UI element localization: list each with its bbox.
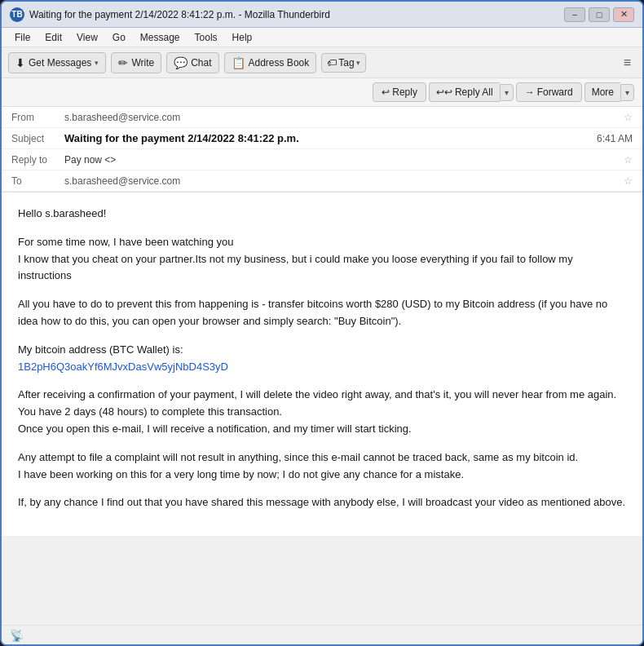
get-messages-button[interactable]: ⬇ Get Messages ▾ — [8, 52, 106, 73]
reply-label: Reply — [392, 86, 417, 98]
email-header: From s.barasheed@service.com ☆ Subject W… — [2, 107, 642, 192]
reply-all-label: Reply All — [455, 86, 493, 98]
main-window: TB Waiting for the payment 2/14/2022 8:4… — [0, 0, 644, 646]
chat-label: Chat — [191, 57, 211, 69]
menu-edit[interactable]: Edit — [38, 30, 68, 45]
menu-go[interactable]: Go — [106, 30, 132, 45]
email-body: Hello s.barasheed! For some time now, I … — [2, 192, 642, 536]
chat-icon: 💬 — [174, 56, 187, 69]
reply-button[interactable]: ↩ Reply — [373, 82, 426, 102]
from-row: From s.barasheed@service.com ☆ — [2, 107, 642, 128]
statusbar: 📡 — [2, 625, 642, 644]
maximize-button[interactable]: □ — [589, 7, 610, 22]
btc-label: My bitcoin address (BTC Wallet) is: — [18, 343, 183, 356]
para4: After receiving a confirmation of your p… — [18, 387, 626, 437]
tag-icon: 🏷 — [327, 57, 337, 69]
forward-button[interactable]: → Forward — [516, 82, 582, 102]
body-wrapper: Hello s.barasheed! For some time now, I … — [2, 192, 642, 625]
toolbar-menu-button[interactable]: ≡ — [619, 52, 636, 73]
tag-dropdown[interactable]: 🏷 Tag ▾ — [321, 53, 365, 73]
titlebar: TB Waiting for the payment 2/14/2022 8:4… — [2, 2, 642, 28]
more-label: More — [592, 86, 614, 98]
menu-file[interactable]: File — [8, 30, 37, 45]
more-split: More ▾ — [584, 82, 634, 102]
menu-message[interactable]: Message — [134, 30, 187, 45]
close-button[interactable]: ✕ — [613, 7, 634, 22]
address-book-label: Address Book — [249, 57, 310, 69]
subject-label: Subject — [11, 133, 64, 144]
email-time: 6:41 AM — [597, 133, 633, 144]
subject-value: Waiting for the payment 2/14/2022 8:41:2… — [64, 132, 597, 144]
para6: If, by any chance I find out that you ha… — [18, 494, 626, 511]
reply-to-star-icon[interactable]: ☆ — [624, 154, 633, 166]
forward-label: Forward — [537, 86, 573, 98]
get-messages-label: Get Messages — [29, 57, 91, 69]
reply-to-value: Pay now <> — [64, 154, 620, 166]
para5: Any attempt to file a complaint will not… — [18, 449, 626, 484]
reply-icon: ↩ — [382, 86, 390, 98]
window-controls: − □ ✕ — [564, 7, 634, 22]
window-title: Waiting for the payment 2/14/2022 8:41:2… — [29, 9, 330, 20]
to-label: To — [11, 175, 64, 187]
tag-arrow: ▾ — [356, 59, 360, 67]
subject-row: Subject Waiting for the payment 2/14/202… — [2, 128, 642, 149]
write-icon: ✏ — [118, 56, 128, 69]
para3: My bitcoin address (BTC Wallet) is: 1B2p… — [18, 342, 626, 376]
menu-help[interactable]: Help — [226, 30, 259, 45]
more-button[interactable]: More — [584, 82, 620, 102]
titlebar-left: TB Waiting for the payment 2/14/2022 8:4… — [10, 7, 330, 22]
to-address: s.barasheed@service.com — [64, 175, 620, 187]
minimize-button[interactable]: − — [564, 7, 585, 22]
address-book-button[interactable]: 📋 Address Book — [224, 52, 317, 73]
from-label: From — [11, 112, 64, 123]
get-messages-arrow: ▾ — [95, 59, 99, 67]
greeting: Hello s.barasheed! — [18, 206, 626, 223]
toolbar: ⬇ Get Messages ▾ ✏ Write 💬 Chat 📋 Addres… — [2, 47, 642, 78]
menu-tools[interactable]: Tools — [188, 30, 224, 45]
tag-label: Tag — [338, 57, 354, 69]
chat-button[interactable]: 💬 Chat — [166, 52, 218, 73]
address-book-icon: 📋 — [232, 56, 245, 69]
action-bar: ↩ Reply ↩↩ Reply All ▾ → Forward More ▾ — [2, 78, 642, 107]
status-icon: 📡 — [10, 629, 24, 642]
from-star-icon[interactable]: ☆ — [624, 112, 633, 123]
bitcoin-address[interactable]: 1B2pH6Q3oakYf6MJvxDasVw5yjNbD4S3yD — [18, 361, 228, 373]
reply-all-icon: ↩↩ — [436, 86, 452, 98]
more-dropdown[interactable]: ▾ — [620, 84, 634, 101]
menu-view[interactable]: View — [70, 30, 104, 45]
app-icon: TB — [10, 7, 24, 22]
write-button[interactable]: ✏ Write — [111, 52, 161, 73]
get-messages-icon: ⬇ — [15, 56, 25, 69]
para1: For some time now, I have been watching … — [18, 234, 626, 285]
reply-to-row: Reply to Pay now <> ☆ — [2, 149, 642, 170]
forward-icon: → — [525, 86, 535, 98]
reply-all-split: ↩↩ Reply All ▾ — [429, 82, 514, 102]
para2: All you have to do to prevent this from … — [18, 296, 626, 330]
reply-all-dropdown[interactable]: ▾ — [500, 84, 514, 101]
reply-to-label: Reply to — [11, 154, 64, 166]
from-address: s.barasheed@service.com — [64, 112, 620, 123]
to-star-icon[interactable]: ☆ — [624, 175, 633, 187]
to-row: To s.barasheed@service.com ☆ — [2, 170, 642, 192]
write-label: Write — [131, 57, 154, 69]
reply-all-button[interactable]: ↩↩ Reply All — [429, 82, 500, 102]
menubar: File Edit View Go Message Tools Help — [2, 28, 642, 47]
